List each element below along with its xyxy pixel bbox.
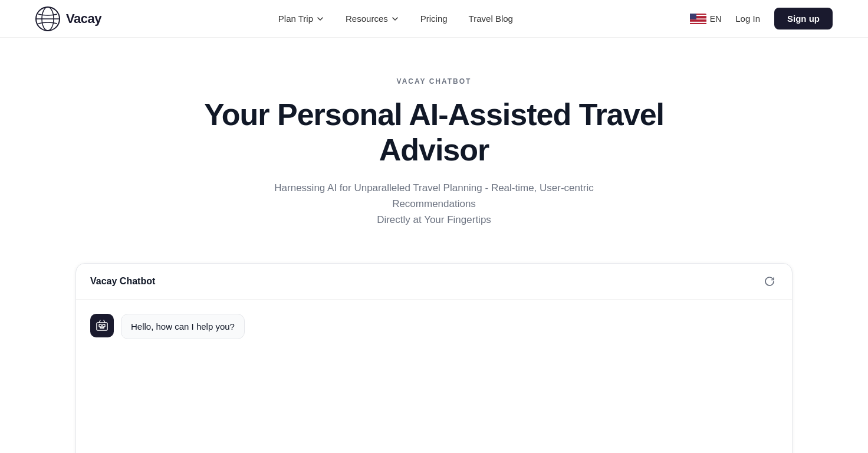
hero-badge: VACAY CHATBOT	[397, 77, 472, 86]
chatbot-container: Vacay Chatbot H	[64, 263, 804, 453]
signup-button[interactable]: Sign up	[774, 8, 833, 29]
logo-link[interactable]: Vacay	[35, 6, 101, 31]
svg-rect-11	[97, 323, 107, 330]
chat-message-greeting: Hello, how can I help you?	[90, 314, 778, 339]
refresh-button[interactable]	[761, 273, 778, 290]
nav-center: Plan Trip Resources Pricing Travel Blog	[278, 14, 513, 24]
svg-rect-9	[690, 23, 706, 24]
greeting-bubble: Hello, how can I help you?	[121, 314, 245, 339]
chatbot-card: Vacay Chatbot H	[75, 263, 793, 453]
hero-subtitle: Harnessing AI for Unparalleled Travel Pl…	[269, 180, 599, 228]
nav-travel-blog[interactable]: Travel Blog	[469, 14, 513, 24]
vacay-logo-icon	[35, 6, 60, 31]
svg-rect-8	[690, 21, 706, 22]
svg-rect-13	[103, 324, 105, 327]
hero-section: VACAY CHATBOT Your Personal AI-Assisted …	[0, 38, 868, 251]
chatbot-title: Vacay Chatbot	[90, 276, 155, 287]
lang-label: EN	[710, 14, 721, 24]
nav-plan-trip[interactable]: Plan Trip	[278, 14, 324, 24]
logo-text: Vacay	[66, 11, 101, 27]
svg-rect-14	[100, 327, 104, 329]
resources-chevron-icon	[391, 15, 399, 23]
bot-icon	[96, 319, 108, 332]
bot-avatar	[90, 314, 114, 337]
svg-rect-7	[690, 19, 706, 21]
flag-icon	[690, 14, 706, 24]
language-selector[interactable]: EN	[690, 14, 721, 24]
chatbot-body: Hello, how can I help you?	[76, 300, 792, 453]
nav-right: EN Log In Sign up	[690, 8, 833, 29]
plan-trip-chevron-icon	[316, 15, 324, 23]
nav-pricing[interactable]: Pricing	[420, 14, 448, 24]
nav-resources[interactable]: Resources	[346, 14, 399, 24]
login-button[interactable]: Log In	[735, 14, 760, 24]
navbar: Vacay Plan Trip Resources Pricing Travel…	[0, 0, 868, 38]
refresh-icon	[764, 275, 775, 287]
hero-title: Your Personal AI-Assisted Travel Advisor	[12, 97, 856, 168]
svg-rect-10	[690, 14, 696, 19]
chatbot-header: Vacay Chatbot	[76, 264, 792, 300]
svg-rect-12	[99, 324, 101, 327]
